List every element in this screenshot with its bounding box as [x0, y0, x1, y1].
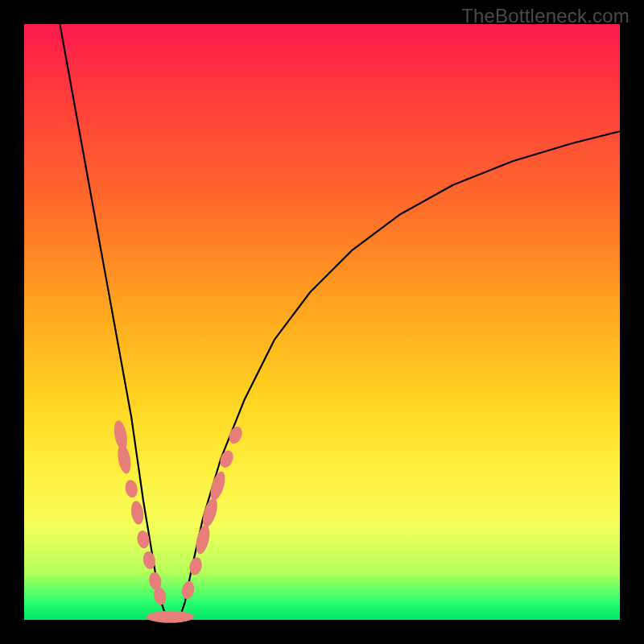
bead [130, 500, 145, 525]
bead [147, 611, 194, 623]
chart-frame: TheBottleneck.com [0, 0, 644, 644]
bead [180, 580, 196, 601]
bead [116, 444, 133, 475]
plot-area [24, 24, 620, 620]
curve-svg [24, 24, 620, 620]
bead [200, 497, 220, 529]
bead [124, 479, 139, 499]
bead [227, 425, 245, 446]
bottleneck-curve [60, 24, 620, 620]
bead [208, 470, 228, 502]
bead [218, 448, 236, 469]
